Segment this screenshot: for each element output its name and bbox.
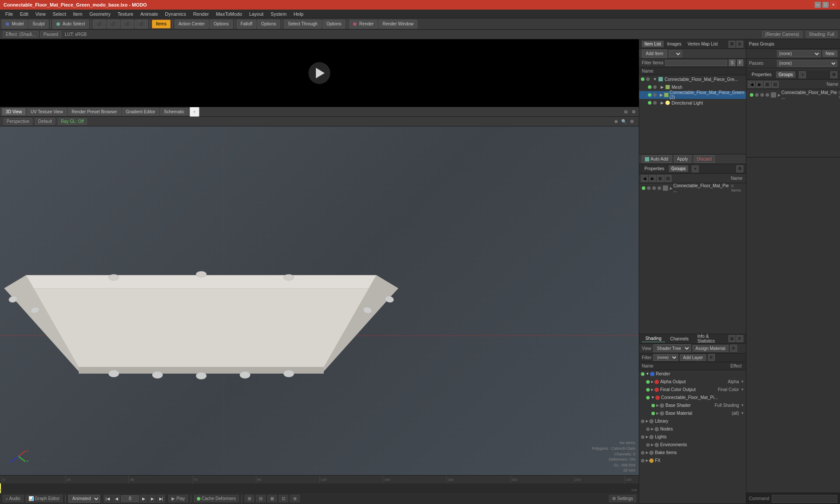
filter-f-button[interactable]: F (737, 60, 743, 66)
mesh-vis-expand[interactable]: ▶ (659, 84, 665, 90)
minimize-button[interactable]: ─ (815, 2, 821, 8)
action-center-button[interactable]: Action Center (175, 20, 209, 28)
select-through-button[interactable]: Select Through (284, 20, 322, 28)
props-expand-btn[interactable]: ⧉ (736, 165, 743, 172)
playback-icon-2[interactable]: ⊟ (256, 495, 266, 502)
toolbar-btn-4[interactable]: ⬛ (135, 20, 148, 28)
maximize-button[interactable]: □ (822, 2, 829, 8)
base-mat-expand[interactable]: ▶ (656, 411, 659, 415)
options1-button[interactable]: Options (210, 20, 232, 28)
base-shader-arrow[interactable]: ▼ (741, 403, 744, 407)
filter-s-button[interactable]: S (729, 60, 735, 66)
toolbar-btn-1[interactable]: ⬛ (93, 20, 106, 28)
menu-help[interactable]: Help (290, 10, 307, 18)
shader-conn-mat[interactable]: ▼ Connectable_Floor_Mat_Pi... (639, 394, 746, 402)
auto-select-button[interactable]: Auto Select (52, 20, 89, 28)
props-collapse-all[interactable]: ⊟ (665, 175, 672, 182)
playback-icon-1[interactable]: ⊞ (245, 495, 254, 502)
animated-dropdown[interactable]: Animated (68, 495, 100, 503)
light-expand[interactable]: ▶ (659, 100, 665, 105)
prev-frame-button[interactable]: ◀ (112, 495, 120, 503)
shader-fx[interactable]: ▶ FX (639, 457, 746, 465)
conn-expand[interactable]: ▼ (651, 396, 654, 399)
lights-expand[interactable]: ▶ (646, 435, 648, 439)
item-list-tab[interactable]: Item List (642, 41, 664, 47)
model-mode-button[interactable]: Model (2, 20, 28, 28)
tab-render-preset[interactable]: Render Preset Browser (68, 108, 121, 116)
shader-tree-dropdown[interactable]: Shader Tree (653, 344, 691, 352)
play-pause-button[interactable]: ▶ (140, 495, 147, 503)
item-list-settings-btn[interactable]: F (736, 41, 743, 48)
falloff-button[interactable]: Falloff (237, 20, 256, 28)
properties-tab[interactable]: Properties (642, 165, 667, 172)
shader-render[interactable]: ▼ Render (639, 370, 746, 378)
shader-bake[interactable]: ▶ Bake Items (639, 449, 746, 457)
shading-settings-btn[interactable]: F (736, 335, 743, 342)
shader-lights[interactable]: ▶ Lights (639, 433, 746, 441)
vp-icon-reset[interactable]: ⊕ (612, 118, 620, 125)
alpha-expand[interactable]: ▶ (651, 380, 654, 384)
render-expand[interactable]: ▼ (646, 372, 649, 376)
alpha-arrow[interactable]: ▼ (741, 380, 744, 384)
far-add-group-btn[interactable]: + (799, 71, 806, 78)
base-shader-expand[interactable]: ▶ (656, 403, 659, 407)
viewport[interactable]: Perspective Default Ray GL: Off ⊕ 🔍 ⚙ (0, 117, 639, 475)
filter-items-input[interactable] (665, 60, 727, 66)
apply-button[interactable]: Apply (674, 155, 691, 163)
shader-base-material[interactable]: ▶ Base Material (all) ▼ (639, 410, 746, 417)
far-props-tab[interactable]: Properties (749, 71, 774, 78)
groups-tab[interactable]: Groups (669, 165, 689, 172)
env-expand[interactable]: ▶ (651, 443, 654, 447)
pass-groups-dropdown[interactable]: (none) (777, 50, 821, 57)
playback-icon-4[interactable]: ⊡ (279, 495, 288, 502)
menu-file[interactable]: File (2, 10, 17, 18)
playback-icon-5[interactable]: ⊛ (290, 495, 300, 502)
tree-item-root[interactable]: ▼ Connectable_Floor_Mat_Piece_Gre... (639, 75, 746, 83)
props-expand-all[interactable]: ⊞ (657, 175, 664, 182)
menu-texture[interactable]: Texture (114, 10, 137, 18)
add-item-dropdown[interactable] (669, 50, 682, 57)
menu-render[interactable]: Render (189, 10, 212, 18)
base-mat-arrow[interactable]: ▼ (741, 411, 744, 415)
assign-material-button[interactable]: Assign Material (693, 345, 728, 352)
menu-edit[interactable]: Edit (17, 10, 32, 18)
options2-button[interactable]: Options (257, 20, 280, 28)
props-back-btn[interactable]: ◀ (641, 175, 648, 182)
shader-base-shader[interactable]: ▶ Base Shader Full Shading ▼ (639, 402, 746, 410)
group-item-row[interactable]: ▶ Connectable_Floor_Mat_Pie ... 0 Items (639, 183, 746, 193)
auto-add-button[interactable]: Auto Add (642, 155, 672, 163)
add-group-button[interactable]: + (692, 165, 699, 172)
shading-expand-btn[interactable]: ⧉ (728, 335, 735, 342)
final-expand[interactable]: ▶ (651, 388, 654, 392)
play-button-bottom[interactable]: ▶ Play (168, 495, 188, 502)
next-frame-button[interactable]: ▶ (148, 495, 156, 503)
shading-filter-dropdown[interactable]: (none) (653, 354, 678, 361)
vertex-map-list-tab[interactable]: Vertex Map List (685, 41, 721, 47)
options3-button[interactable]: Options (322, 20, 345, 28)
command-input[interactable] (772, 495, 837, 503)
mesh-expand[interactable]: ▶ (659, 92, 664, 98)
discard-button[interactable]: Discard (694, 155, 715, 163)
next-keyframe-button[interactable]: ▶| (157, 495, 165, 503)
viewport-icon-2[interactable]: ⚙ (630, 108, 637, 116)
tree-item-light[interactable]: ▶ Directional Light (639, 99, 746, 107)
tree-item-mesh[interactable]: ▶ Connectable_Floor_Mat_Piece_Green (2) (639, 91, 746, 99)
sculpt-mode-button[interactable]: Sculpt (28, 20, 49, 28)
far-groups-tab[interactable]: Groups (776, 71, 796, 78)
add-layer-f-btn[interactable]: F (708, 354, 715, 361)
menu-animate[interactable]: Animate (137, 10, 161, 18)
menu-select[interactable]: Select (49, 10, 70, 18)
shader-library[interactable]: ▶ Library (639, 417, 746, 425)
default-button[interactable]: Default (35, 118, 55, 125)
menu-view[interactable]: View (32, 10, 49, 18)
menu-maxtomodo[interactable]: MaxToModo (212, 10, 245, 18)
tab-3d-view[interactable]: 3D View (2, 108, 26, 116)
images-tab[interactable]: Images (665, 41, 684, 47)
shader-environments[interactable]: ▶ Environments (639, 441, 746, 449)
far-fwd-btn[interactable]: ▶ (756, 81, 763, 88)
render-button[interactable]: Render (349, 20, 378, 28)
add-tab-button[interactable]: + (189, 107, 200, 117)
channels-tab[interactable]: Channels (667, 336, 692, 342)
audio-button[interactable]: ♪ Audio (3, 495, 24, 502)
play-button[interactable] (308, 62, 330, 84)
